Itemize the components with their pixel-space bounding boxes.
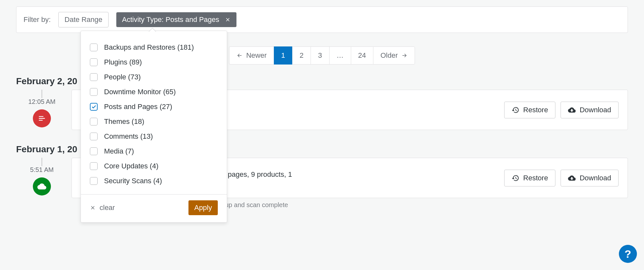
checkbox-label: Media (7) [104, 147, 134, 155]
filter-checkbox-row[interactable]: Security Scans (4) [90, 174, 218, 188]
close-icon [90, 205, 96, 211]
filter-checkbox-row[interactable]: People (73) [90, 70, 218, 85]
filter-checkbox-row[interactable]: Posts and Pages (27) [90, 99, 218, 114]
older-label: Older [380, 51, 398, 60]
filter-checkbox-row[interactable]: Comments (13) [90, 129, 218, 144]
checkbox-label: Themes (18) [104, 117, 144, 126]
close-icon[interactable] [225, 17, 231, 23]
page-1-button[interactable]: 1 [274, 46, 292, 65]
entry-time: 12:05 AM [28, 98, 56, 105]
checkbox[interactable] [90, 133, 98, 140]
download-button[interactable]: Download [561, 102, 619, 118]
filter-checkbox-row[interactable]: Downtime Monitor (65) [90, 85, 218, 99]
restore-icon [512, 106, 519, 114]
checkbox[interactable] [90, 73, 98, 81]
entry-time: 5:51 AM [30, 166, 53, 174]
filter-checkbox-row[interactable]: Media (7) [90, 144, 218, 159]
apply-button[interactable]: Apply [188, 200, 218, 215]
checkbox[interactable] [90, 147, 98, 155]
cloud-icon [33, 177, 51, 195]
restore-button[interactable]: Restore [504, 170, 555, 186]
pagination: Newer 1 2 3 … 24 Older [229, 46, 415, 65]
page-2-button[interactable]: 2 [292, 46, 311, 65]
checkbox[interactable] [90, 162, 98, 170]
newer-button[interactable]: Newer [229, 46, 274, 65]
checkbox-label: Plugins (89) [104, 58, 142, 66]
checkbox-label: People (73) [104, 73, 141, 81]
page-3-button[interactable]: 3 [311, 46, 329, 65]
page-ellipsis: … [329, 46, 351, 65]
checkbox-label: Downtime Monitor (65) [104, 88, 176, 96]
download-button[interactable]: Download [561, 170, 619, 186]
checkbox-label: Backups and Restores (181) [104, 43, 194, 52]
help-button[interactable]: ? [619, 245, 637, 263]
checkbox-label: Security Scans (4) [104, 177, 162, 185]
page-24-button[interactable]: 24 [351, 46, 373, 65]
older-button[interactable]: Older [373, 46, 415, 65]
clear-label: clear [100, 204, 115, 212]
restore-label: Restore [523, 106, 548, 114]
checkbox[interactable] [90, 88, 98, 96]
checkbox-label: Comments (13) [104, 132, 153, 141]
filter-bar: Filter by: Date Range Activity Type: Pos… [16, 6, 628, 33]
post-icon [33, 109, 51, 127]
activity-type-chip[interactable]: Activity Type: Posts and Pages [116, 12, 237, 27]
cloud-download-icon [568, 174, 576, 182]
checkbox[interactable] [90, 177, 98, 185]
filter-checkbox-row[interactable]: Plugins (89) [90, 55, 218, 70]
checkbox[interactable] [90, 44, 98, 51]
filter-checkbox-row[interactable]: Themes (18) [90, 114, 218, 129]
restore-label: Restore [523, 174, 548, 182]
filter-checkbox-row[interactable]: Core Updates (4) [90, 159, 218, 174]
activity-type-dropdown: Backups and Restores (181)Plugins (89)Pe… [81, 31, 227, 223]
download-label: Download [580, 106, 611, 114]
checkbox[interactable] [90, 103, 98, 111]
download-label: Download [580, 174, 611, 182]
activity-type-chip-label: Activity Type: Posts and Pages [122, 15, 219, 24]
checkbox[interactable] [90, 118, 98, 125]
checkbox[interactable] [90, 58, 98, 66]
clear-button[interactable]: clear [90, 204, 115, 212]
restore-icon [512, 174, 519, 182]
cloud-download-icon [568, 106, 576, 114]
checkbox-label: Posts and Pages (27) [104, 103, 172, 111]
newer-label: Newer [246, 51, 267, 60]
checkbox-label: Core Updates (4) [104, 162, 159, 170]
restore-button[interactable]: Restore [504, 102, 555, 118]
filter-checkbox-row[interactable]: Backups and Restores (181) [90, 40, 218, 55]
filter-by-label: Filter by: [24, 15, 51, 24]
date-range-button[interactable]: Date Range [58, 12, 108, 27]
